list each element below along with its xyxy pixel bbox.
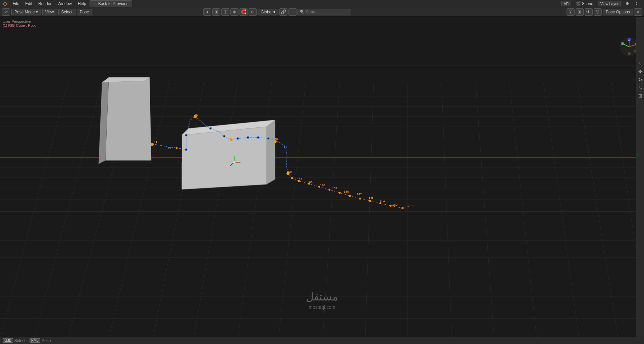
- menu-edit[interactable]: Edit: [22, 1, 35, 7]
- svg-point-53: [151, 143, 154, 146]
- svg-text:148: 148: [369, 196, 374, 199]
- svg-text:31: 31: [182, 150, 185, 153]
- svg-point-78: [390, 205, 392, 207]
- svg-point-62: [247, 137, 249, 139]
- svg-point-66: [284, 146, 286, 148]
- scale-tool-icon[interactable]: ⤡: [637, 84, 644, 91]
- svg-text:136: 136: [344, 190, 349, 193]
- render-settings-icon[interactable]: ⚙: [624, 1, 631, 7]
- svg-text:Z: Z: [628, 39, 630, 41]
- pose-menu-btn[interactable]: Pose: [77, 9, 92, 15]
- pose-status: RMB Pose: [30, 338, 51, 343]
- svg-text:21: 21: [168, 146, 171, 150]
- svg-text:Y: Y: [622, 43, 623, 45]
- options-icon[interactable]: ⋯: [288, 8, 297, 16]
- svg-text:114: 114: [297, 178, 302, 181]
- viewport-shading-icon[interactable]: ●: [203, 8, 211, 16]
- svg-text:160: 160: [392, 203, 397, 206]
- menu-help[interactable]: Help: [75, 1, 89, 7]
- viewport-3d[interactable]: 76 11 21 31 98 108 114 120 126 132 136 1…: [0, 17, 644, 337]
- right-tool-panel: ↖ ✥ ↻ ⤡ ⊞: [636, 17, 644, 337]
- gizmo-icon[interactable]: ⊕: [230, 8, 238, 16]
- transform-global-btn[interactable]: Global ▾: [258, 9, 278, 15]
- pose-label: Pose: [42, 338, 51, 343]
- scene-icon: 🎬: [576, 1, 581, 6]
- menu-window[interactable]: Window: [55, 1, 74, 7]
- render-engine-badge[interactable]: AR: [561, 1, 571, 6]
- svg-point-75: [359, 198, 361, 200]
- svg-text:132: 132: [332, 187, 337, 190]
- svg-point-60: [230, 138, 232, 141]
- select-menu-btn[interactable]: Select: [58, 9, 75, 15]
- select-label: Select: [14, 338, 25, 343]
- svg-text:126: 126: [320, 184, 325, 187]
- top-menu-bar: File Edit Render Window Help Back to Pre…: [0, 0, 644, 7]
- svg-point-98: [233, 161, 235, 163]
- svg-text:142: 142: [357, 193, 362, 196]
- blender-logo-icon: [2, 1, 8, 7]
- svg-point-63: [257, 137, 259, 139]
- separator-1: [94, 9, 94, 15]
- svg-point-61: [237, 138, 239, 140]
- select-tool-icon[interactable]: ↗: [2, 8, 10, 16]
- svg-rect-5: [0, 17, 644, 337]
- svg-point-54: [176, 147, 178, 149]
- search-icon: 🔍: [300, 10, 305, 14]
- svg-point-73: [339, 192, 341, 194]
- filter-icon[interactable]: ⊻: [567, 8, 575, 16]
- svg-point-74: [349, 195, 351, 197]
- svg-text:108: 108: [287, 170, 292, 174]
- search-input[interactable]: [306, 10, 349, 14]
- svg-text:154: 154: [380, 199, 385, 203]
- svg-point-68: [291, 177, 293, 179]
- back-to-previous-button[interactable]: Back to Previous: [90, 0, 132, 7]
- svg-point-59: [223, 135, 225, 137]
- svg-marker-52: [267, 120, 275, 184]
- viewport-toolbar: ↗ Pose Mode ▾ View Select Pose ● ⊞ ◫ ⊕ 🧲…: [0, 7, 644, 17]
- svg-point-109: [628, 52, 631, 55]
- proportional-icon[interactable]: ⊙: [249, 8, 257, 16]
- pose-key: RMB: [30, 338, 40, 343]
- menu-render[interactable]: Render: [36, 1, 54, 7]
- svg-point-64: [267, 138, 269, 140]
- viewport-nav-icon[interactable]: ⊞: [576, 8, 584, 16]
- overlay-icon[interactable]: ⊞: [212, 8, 220, 16]
- svg-point-79: [401, 207, 404, 209]
- svg-text:11: 11: [154, 140, 157, 144]
- svg-marker-47: [105, 77, 151, 160]
- menu-file[interactable]: File: [10, 1, 22, 7]
- svg-text:98: 98: [274, 138, 278, 141]
- search-box[interactable]: 🔍: [298, 9, 351, 15]
- scene-selector[interactable]: 🎬 Scene: [574, 1, 595, 7]
- svg-text:76: 76: [194, 113, 198, 117]
- move-tool-icon[interactable]: ✥: [637, 68, 644, 75]
- close-overlay-icon[interactable]: ✕: [634, 8, 642, 16]
- rotate-tool-icon[interactable]: ↻: [637, 76, 644, 83]
- svg-point-72: [328, 189, 330, 191]
- svg-point-56: [185, 134, 187, 136]
- pose-options-btn[interactable]: Pose Options: [603, 9, 633, 15]
- view-layer-badge[interactable]: View Layer: [598, 1, 621, 6]
- pose-mode-dropdown[interactable]: Pose Mode ▾: [11, 9, 41, 15]
- snap-to-icon[interactable]: 🔗: [279, 8, 287, 16]
- svg-point-76: [369, 200, 371, 202]
- view-menu-btn[interactable]: View: [42, 9, 57, 15]
- cursor-tool-icon[interactable]: ↖: [637, 60, 644, 67]
- dropdown-arrow-icon: ▾: [36, 10, 38, 14]
- visibility-icon[interactable]: 👁: [585, 8, 593, 16]
- svg-point-55: [185, 149, 187, 151]
- select-status: LMB Select: [3, 338, 25, 343]
- svg-text:120: 120: [308, 180, 313, 184]
- svg-point-1: [5, 3, 6, 4]
- transform-tool-icon[interactable]: ⊞: [637, 92, 644, 99]
- xray-icon[interactable]: ◫: [221, 8, 229, 16]
- fullscreen-icon[interactable]: ⛶: [634, 1, 642, 7]
- select-key: LMB: [3, 338, 13, 343]
- status-bar: LMB Select RMB Pose: [0, 337, 644, 344]
- snap-icon[interactable]: 🧲: [239, 8, 248, 16]
- global-dropdown-icon: ▾: [273, 10, 275, 14]
- filter-btn[interactable]: ▽: [594, 8, 602, 16]
- svg-point-58: [210, 127, 212, 129]
